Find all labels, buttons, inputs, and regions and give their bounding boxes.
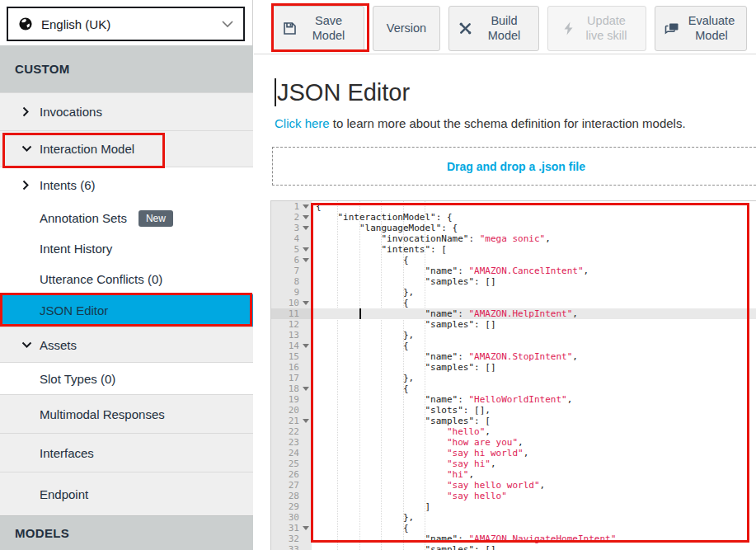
build-model-button[interactable]: Build Model [448, 6, 539, 51]
fold-arrow-icon[interactable] [303, 258, 309, 262]
code-line-15: "name": "AMAZON.StopIntent", [312, 351, 756, 362]
gutter-line-number: 14 [271, 341, 312, 351]
code-line-2: "interactionModel": { [312, 212, 756, 223]
code-line-6: { [312, 255, 756, 266]
dropzone-label: Drag and drop a .json file [447, 160, 585, 173]
build-icon [458, 21, 472, 35]
language-selector-label: English (UK) [41, 17, 110, 31]
code-line-32: "name": "AMAZON.NavigateHomeIntent", [312, 534, 756, 544]
sidebar-item-multimodal-responses[interactable]: Multimodal Responses [0, 394, 253, 433]
code-line-9: }, [312, 287, 756, 298]
gutter-line-number: 20 [271, 405, 312, 416]
save-model-button[interactable]: Save Model [272, 6, 364, 51]
gutter-line-number: 5 [271, 244, 312, 255]
fold-arrow-icon[interactable] [303, 419, 309, 423]
gutter-line-number: 24 [271, 448, 312, 458]
gutter-line-number: 21 [271, 416, 312, 426]
gutter-line-number: 33 [271, 544, 312, 550]
sidebar-item-label: Endpoint [0, 487, 88, 501]
code-line-4: "invocationName": "mega sonic", [312, 233, 756, 244]
update-live-skill-label: Update live skill [581, 14, 632, 43]
sidebar: English (UK) CUSTOM InvocationsInteracti… [0, 0, 253, 550]
code-line-24: "say hi world", [312, 448, 756, 458]
fold-arrow-icon[interactable] [303, 387, 309, 391]
editor-text-cursor [359, 308, 361, 319]
gutter-line-number: 19 [271, 394, 312, 405]
gutter-line-number: 1 [271, 201, 312, 212]
version-button[interactable]: Version [373, 6, 440, 51]
sidebar-item-label: JSON Editor [0, 303, 108, 317]
evaluate-model-label: Evaluate Model [686, 14, 737, 43]
chat-icon [664, 21, 679, 35]
gutter-line-number: 32 [271, 534, 312, 544]
gutter-line-number: 27 [271, 480, 312, 491]
chevron-down-icon [21, 341, 32, 350]
fold-arrow-icon[interactable] [303, 204, 309, 209]
fold-arrow-icon[interactable] [303, 215, 309, 219]
schema-help-text: Click here to learn more about the schem… [275, 116, 686, 130]
code-line-5: "intents": [ [312, 244, 756, 255]
language-selector[interactable]: English (UK) [7, 7, 245, 41]
sidebar-item-assets[interactable]: Assets [0, 327, 253, 362]
code-line-11: "name": "AMAZON.HelpIntent", [312, 308, 756, 319]
sidebar-item-utterance-conflicts[interactable]: Utterance Conflicts (0) [0, 264, 253, 294]
globe-icon [18, 16, 33, 31]
sidebar-item-endpoint[interactable]: Endpoint [0, 472, 253, 515]
json-code-editor[interactable]: 1234567891011121314151617181920212223242… [270, 200, 756, 550]
sidebar-item-annotation-sets[interactable]: Annotation SetsNew [0, 203, 253, 233]
code-line-27: "say hello world", [312, 480, 756, 491]
new-badge: New [139, 210, 173, 227]
gutter-line-number: 25 [271, 458, 312, 469]
editor-code-area[interactable]: { "interactionModel": { "languageModel":… [312, 201, 756, 550]
chevron-down-icon [21, 144, 32, 153]
code-line-22: "hello", [312, 426, 756, 437]
gutter-line-number: 4 [271, 233, 312, 244]
sidebar-item-json-editor[interactable]: JSON Editor [0, 294, 253, 327]
chevron-right-icon [21, 180, 31, 190]
click-here-link[interactable]: Click here [275, 116, 330, 130]
fold-arrow-icon[interactable] [303, 344, 309, 348]
code-line-30: }, [312, 512, 756, 523]
fold-arrow-icon[interactable] [303, 226, 309, 230]
gutter-line-number: 23 [271, 437, 312, 448]
sidebar-item-label: Interfaces [0, 446, 94, 460]
sidebar-item-label: Multimodal Responses [0, 407, 165, 421]
schema-help-rest: to learn more about the schema definitio… [330, 116, 686, 130]
fold-arrow-icon[interactable] [303, 247, 309, 251]
sidebar-section-custom: CUSTOM [0, 45, 253, 92]
sidebar-item-intents[interactable]: Intents (6) [0, 167, 253, 203]
sidebar-item-interaction-model[interactable]: Interaction Model [0, 130, 253, 167]
sidebar-item-label: Utterance Conflicts (0) [0, 272, 162, 286]
page-title-row: JSON Editor [275, 78, 410, 106]
sidebar-item-slot-types[interactable]: Slot Types (0) [0, 362, 253, 394]
code-line-29: ] [312, 501, 756, 512]
gutter-line-number: 16 [271, 362, 312, 373]
code-line-28: "say hello" [312, 491, 756, 501]
gutter-line-number: 9 [271, 287, 312, 298]
fold-arrow-icon[interactable] [303, 526, 309, 530]
sidebar-item-intent-history[interactable]: Intent History [0, 233, 253, 264]
json-dropzone[interactable]: Drag and drop a .json file [272, 147, 756, 186]
sidebar-item-label: Invocations [0, 105, 102, 119]
sidebar-item-label: Slot Types (0) [0, 372, 115, 386]
sidebar-item-label: Assets [0, 338, 77, 352]
sidebar-item-invocations[interactable]: Invocations [0, 92, 253, 130]
sidebar-item-label: Intent History [0, 242, 112, 256]
version-label: Version [387, 21, 426, 35]
gutter-line-number: 15 [271, 351, 312, 362]
gutter-line-number: 7 [271, 266, 312, 276]
gutter-line-number: 10 [271, 298, 312, 308]
code-line-1: { [312, 201, 756, 212]
gutter-line-number: 2 [271, 212, 312, 223]
sidebar-item-interfaces[interactable]: Interfaces [0, 433, 253, 472]
gutter-line-number: 6 [271, 255, 312, 266]
code-line-20: "slots": [], [312, 405, 756, 416]
gutter-line-number: 13 [271, 330, 312, 341]
gutter-line-number: 11 [271, 308, 312, 319]
fold-arrow-icon[interactable] [303, 301, 309, 305]
gutter-line-number: 28 [271, 491, 312, 501]
evaluate-model-button[interactable]: Evaluate Model [655, 6, 747, 51]
gutter-line-number: 18 [271, 383, 312, 394]
sidebar-section-models: MODELS [0, 515, 253, 550]
save-model-label: Save Model [303, 14, 355, 43]
